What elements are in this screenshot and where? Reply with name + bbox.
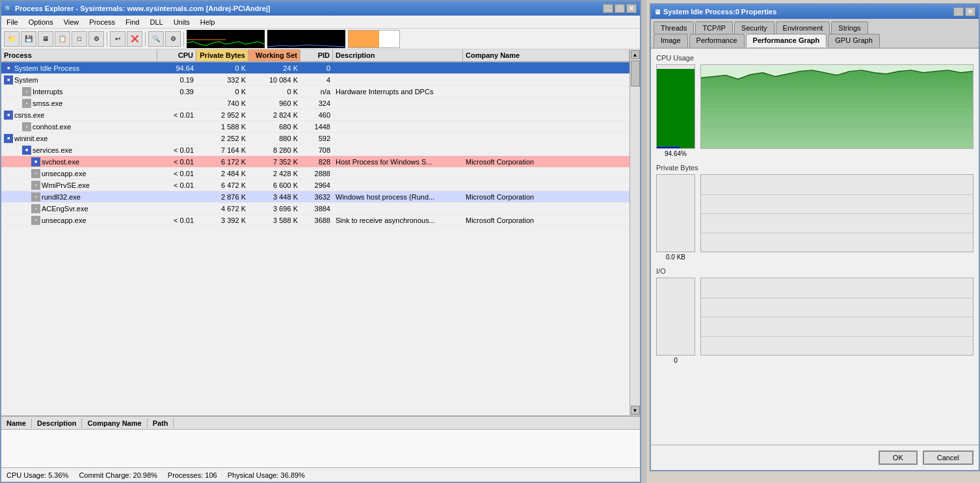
table-row[interactable]: ■ csrss.exe < 0.01 2 952 K 2 824 K 460 [1, 109, 629, 121]
col-process[interactable]: Process [1, 49, 157, 61]
toolbar-btn-1[interactable]: 📁 [4, 31, 20, 47]
table-row[interactable]: ▪ Interrupts 0.39 0 K 0 K n/a Hardware I… [1, 86, 629, 98]
lower-panel: Name Description Company Name Path [1, 415, 640, 467]
col-pid[interactable]: PID [300, 49, 333, 61]
menu-process[interactable]: Process [86, 18, 118, 27]
scroll-thumb[interactable] [631, 60, 640, 86]
vertical-scrollbar[interactable]: ▲ ▼ [629, 49, 640, 415]
process-icon: ■ [31, 157, 40, 166]
process-name-text: System Idle Process [14, 64, 79, 72]
process-name-cell: ■ System Idle Process [1, 62, 157, 73]
ok-button[interactable]: OK [879, 450, 918, 465]
table-row[interactable]: ■ System Idle Process 94.64 0 K 24 K 0 [1, 62, 629, 74]
process-working: 960 K [248, 98, 300, 109]
process-company: Microsoft Corporation [463, 156, 629, 167]
process-working: 0 K [248, 86, 300, 97]
col-working-set[interactable]: Working Set [248, 49, 300, 61]
table-row[interactable]: ▪ smss.exe 740 K 960 K 324 [1, 98, 629, 109]
close-button[interactable]: ✕ [626, 4, 637, 13]
process-private: 6 172 K [196, 156, 248, 167]
toolbar-separator-2 [145, 32, 146, 46]
toolbar-btn-3[interactable]: 🖥 [38, 31, 53, 47]
window-divider [641, 0, 646, 483]
toolbar-btn-7[interactable]: ↩ [110, 31, 126, 47]
process-company [463, 133, 629, 144]
tab-security[interactable]: Security [734, 21, 775, 34]
process-desc [333, 74, 463, 85]
col-private-bytes[interactable]: Private Bytes [196, 49, 248, 61]
props-content: CPU Usage 94.64% [651, 49, 979, 445]
toolbar-btn-5[interactable]: □ [72, 31, 87, 47]
process-working: 10 084 K [248, 74, 300, 85]
scroll-track[interactable] [630, 60, 640, 405]
process-company [463, 62, 629, 73]
process-private: 4 672 K [196, 203, 248, 214]
tab-environment[interactable]: Environment [776, 21, 830, 34]
progress-bar [348, 30, 400, 48]
table-row[interactable]: ▪ rundll32.exe 2 876 K 3 448 K 3632 Wind… [1, 191, 629, 203]
tab-performance[interactable]: Performance [689, 34, 745, 47]
table-row[interactable]: ■ wininit.exe 2 252 K 880 K 592 [1, 133, 629, 144]
toolbar-btn-10[interactable]: ⚙ [165, 31, 181, 47]
menu-bar: File Options View Process Find DLL Units… [1, 16, 640, 29]
private-bytes-section: Private Bytes 0.0 KB [656, 164, 973, 261]
process-icon: ■ [4, 64, 13, 73]
process-name-text: unsecapp.exe [42, 216, 86, 224]
process-name-text: Interrupts [33, 88, 62, 96]
menu-view[interactable]: View [61, 18, 82, 27]
menu-options[interactable]: Options [26, 18, 56, 27]
tab-strings[interactable]: Strings [831, 21, 867, 34]
process-pid: 2964 [300, 179, 333, 190]
table-row[interactable]: ■ svchost.exe < 0.01 6 172 K 7 352 K 828… [1, 156, 629, 168]
menu-help[interactable]: Help [198, 18, 218, 27]
private-bytes-graph-row: 0.0 KB [656, 174, 973, 261]
tab-image[interactable]: Image [654, 34, 688, 47]
table-row[interactable]: ▪ unsecapp.exe < 0.01 2 484 K 2 428 K 28… [1, 168, 629, 179]
toolbar-btn-9[interactable]: 🔍 [148, 31, 164, 47]
tab-threads[interactable]: Threads [654, 21, 694, 34]
table-row[interactable]: ▪ unsecapp.exe < 0.01 3 392 K 3 588 K 36… [1, 215, 629, 226]
toolbar-btn-2[interactable]: 💾 [21, 31, 36, 47]
table-row[interactable]: ▪ WmiPrvSE.exe < 0.01 6 472 K 6 600 K 29… [1, 179, 629, 191]
maximize-button[interactable]: □ [615, 4, 625, 13]
table-row[interactable]: ■ System 0.19 332 K 10 084 K 4 [1, 74, 629, 86]
tab-gpu-graph[interactable]: GPU Graph [828, 34, 879, 47]
menu-find[interactable]: Find [123, 18, 142, 27]
toolbar-btn-4[interactable]: 📋 [55, 31, 70, 47]
table-row[interactable]: ▪ ACEngSvr.exe 4 672 K 3 696 K 3884 [1, 203, 629, 215]
process-working: 2 824 K [248, 109, 300, 120]
process-working: 24 K [248, 62, 300, 73]
process-working: 3 588 K [248, 215, 300, 226]
process-working: 3 448 K [248, 191, 300, 202]
process-desc: Sink to receive asynchronous... [333, 215, 463, 226]
table-row[interactable]: ■ services.exe < 0.01 7 164 K 8 280 K 70… [1, 144, 629, 156]
menu-dll[interactable]: DLL [147, 18, 165, 27]
props-close-button[interactable]: ✕ [965, 7, 975, 16]
process-name-text: smss.exe [33, 99, 62, 107]
col-cpu[interactable]: CPU [157, 49, 196, 61]
toolbar-btn-6[interactable]: ⚙ [88, 31, 104, 47]
toolbar-btn-8[interactable]: ❌ [127, 31, 142, 47]
status-commit: Commit Charge: 20.98% [79, 471, 157, 479]
lower-col-desc: Description [32, 419, 83, 428]
menu-units[interactable]: Units [171, 18, 192, 27]
col-company[interactable]: Company Name [463, 49, 629, 61]
col-description[interactable]: Description [333, 49, 463, 61]
props-minimize-button[interactable]: _ [953, 7, 964, 16]
app-icon: 🔍 [5, 5, 12, 12]
process-name-text: rundll32.exe [42, 193, 81, 201]
menu-file[interactable]: File [4, 18, 21, 27]
scroll-down-button[interactable]: ▼ [631, 406, 640, 415]
process-desc: Host Process for Windows S... [333, 156, 463, 167]
process-working: 880 K [248, 133, 300, 144]
tab-performance-graph[interactable]: Performance Graph [746, 34, 827, 47]
cancel-button[interactable]: Cancel [923, 450, 973, 465]
svg-marker-1 [701, 70, 973, 148]
minimize-button[interactable]: _ [603, 4, 613, 13]
table-row[interactable]: ▪ conhost.exe 1 588 K 680 K 1448 [1, 121, 629, 133]
scroll-up-button[interactable]: ▲ [631, 50, 640, 59]
process-icon: ▪ [31, 192, 40, 202]
tab-tcp-ip[interactable]: TCP/IP [695, 21, 732, 34]
toolbar-separator-1 [107, 32, 107, 46]
status-bar: CPU Usage: 5.36% Commit Charge: 20.98% P… [1, 467, 640, 482]
